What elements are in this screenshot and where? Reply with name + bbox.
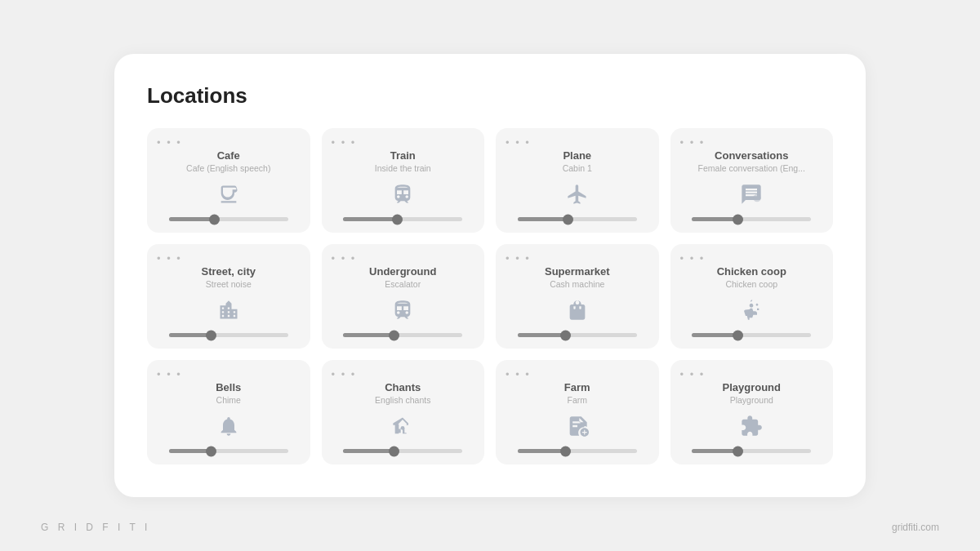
card-farm[interactable]: • • •FarmFarm bbox=[496, 360, 659, 464]
card-bells-dots[interactable]: • • • bbox=[157, 368, 182, 380]
card-train-subtitle: Inside the train bbox=[375, 163, 431, 173]
card-farm-subtitle: Farm bbox=[568, 395, 588, 405]
card-cafe-subtitle: Cafe (English speech) bbox=[186, 163, 270, 173]
card-bells-title: Bells bbox=[216, 381, 241, 393]
card-street-city-subtitle: Street noise bbox=[206, 279, 252, 289]
card-street-city-slider[interactable] bbox=[169, 333, 288, 337]
card-plane-slider[interactable] bbox=[518, 217, 637, 221]
card-plane[interactable]: • • •PlaneCabin 1 bbox=[496, 128, 659, 233]
card-underground-dots[interactable]: • • • bbox=[332, 252, 357, 264]
card-plane-subtitle: Cabin 1 bbox=[563, 163, 592, 173]
card-underground[interactable]: • • •UndergroundEscalator bbox=[322, 244, 485, 349]
card-bells-subtitle: Chime bbox=[216, 395, 241, 405]
card-farm-dots[interactable]: • • • bbox=[506, 368, 531, 380]
card-playground-slider[interactable] bbox=[692, 449, 811, 453]
city-icon bbox=[217, 299, 240, 325]
card-underground-title: Underground bbox=[369, 265, 436, 278]
card-supermarket-slider[interactable] bbox=[518, 333, 637, 337]
card-chants-slider[interactable] bbox=[343, 449, 462, 453]
card-chicken-coop-dots[interactable]: • • • bbox=[680, 252, 706, 264]
card-cafe-title: Cafe bbox=[217, 149, 240, 162]
card-bells[interactable]: • • •BellsChime bbox=[147, 360, 310, 464]
card-supermarket-title: Supermarket bbox=[545, 265, 609, 278]
card-playground[interactable]: • • •PlaygroundPlayground bbox=[670, 360, 834, 464]
train-icon bbox=[391, 183, 414, 209]
supermarket-icon bbox=[566, 299, 589, 325]
svg-point-0 bbox=[754, 194, 761, 202]
card-playground-title: Playground bbox=[722, 381, 781, 393]
card-playground-subtitle: Playground bbox=[730, 395, 773, 405]
chants-icon bbox=[391, 415, 414, 441]
svg-point-1 bbox=[401, 426, 405, 430]
card-conversations-slider[interactable] bbox=[692, 217, 811, 221]
card-chants-subtitle: English chants bbox=[375, 395, 430, 405]
card-train-dots[interactable]: • • • bbox=[332, 136, 357, 149]
farm-icon bbox=[566, 415, 589, 441]
card-underground-slider[interactable] bbox=[343, 333, 462, 337]
card-plane-title: Plane bbox=[563, 149, 591, 162]
card-bells-slider[interactable] bbox=[169, 449, 288, 453]
card-conversations[interactable]: • • •ConversationsFemale conversation (E… bbox=[670, 128, 834, 233]
puzzle-icon bbox=[740, 415, 763, 441]
brand-left: G R I D F I T I bbox=[41, 522, 150, 533]
chicken-icon bbox=[740, 299, 763, 325]
card-supermarket[interactable]: • • •SupermarketCash machine bbox=[496, 244, 659, 349]
card-conversations-subtitle: Female conversation (Eng... bbox=[698, 163, 805, 173]
conversations-icon bbox=[740, 183, 763, 209]
card-train-title: Train bbox=[390, 149, 416, 162]
bell-icon bbox=[217, 415, 240, 441]
card-chants[interactable]: • • •ChantsEnglish chants bbox=[322, 360, 485, 464]
card-playground-dots[interactable]: • • • bbox=[680, 368, 706, 380]
brand-right: gridfiti.com bbox=[892, 522, 939, 533]
card-train-slider[interactable] bbox=[343, 217, 462, 221]
card-conversations-title: Conversations bbox=[715, 149, 788, 162]
plane-icon bbox=[566, 183, 589, 209]
card-cafe-slider[interactable] bbox=[169, 217, 288, 221]
card-chants-dots[interactable]: • • • bbox=[332, 368, 357, 380]
card-street-city-title: Street, city bbox=[202, 265, 256, 278]
card-chicken-coop[interactable]: • • •Chicken coopChicken coop bbox=[670, 244, 834, 349]
cafe-icon bbox=[217, 183, 240, 209]
card-chicken-coop-subtitle: Chicken coop bbox=[725, 279, 777, 289]
card-chicken-coop-slider[interactable] bbox=[692, 333, 811, 337]
page-title: Locations bbox=[147, 83, 833, 109]
card-train[interactable]: • • •TrainInside the train bbox=[322, 128, 485, 233]
card-plane-dots[interactable]: • • • bbox=[506, 136, 531, 149]
card-conversations-dots[interactable]: • • • bbox=[680, 136, 706, 149]
card-chants-title: Chants bbox=[385, 381, 421, 393]
underground-icon bbox=[391, 299, 414, 325]
card-farm-slider[interactable] bbox=[518, 449, 637, 453]
card-cafe[interactable]: • • •CafeCafe (English speech) bbox=[147, 128, 310, 233]
card-cafe-dots[interactable]: • • • bbox=[157, 136, 182, 149]
card-street-city-dots[interactable]: • • • bbox=[157, 252, 182, 264]
card-supermarket-dots[interactable]: • • • bbox=[506, 252, 531, 264]
card-street-city[interactable]: • • •Street, cityStreet noise bbox=[147, 244, 310, 349]
card-chicken-coop-title: Chicken coop bbox=[717, 265, 786, 278]
locations-grid: • • •CafeCafe (English speech)• • •Train… bbox=[147, 128, 833, 464]
card-underground-subtitle: Escalator bbox=[385, 279, 421, 289]
card-farm-title: Farm bbox=[564, 381, 590, 393]
main-panel: Locations • • •CafeCafe (English speech)… bbox=[114, 54, 866, 497]
card-supermarket-subtitle: Cash machine bbox=[550, 279, 604, 289]
